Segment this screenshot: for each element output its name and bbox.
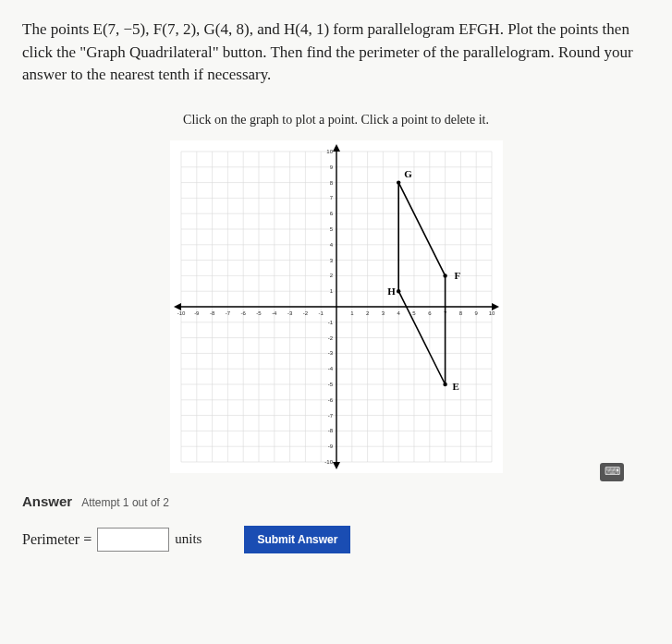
svg-point-94 xyxy=(443,273,446,277)
units-label: units xyxy=(175,531,202,547)
svg-text:-3: -3 xyxy=(287,310,292,316)
svg-marker-46 xyxy=(333,144,340,152)
svg-text:-9: -9 xyxy=(194,310,200,316)
svg-marker-44 xyxy=(492,303,499,310)
svg-point-92 xyxy=(443,383,446,386)
svg-text:6: 6 xyxy=(428,310,432,316)
svg-text:8: 8 xyxy=(458,310,462,316)
svg-text:-8: -8 xyxy=(209,310,214,316)
svg-point-96 xyxy=(397,180,400,184)
submit-answer-button[interactable]: Submit Answer xyxy=(244,526,350,553)
svg-text:10: 10 xyxy=(488,310,495,316)
svg-text:5: 5 xyxy=(412,310,416,316)
svg-text:4: 4 xyxy=(397,310,400,316)
attempt-text: Attempt 1 out of 2 xyxy=(81,496,169,509)
coordinate-graph[interactable]: -10-9-8-7-6-5-4-3-2-112345678910-10-9-8-… xyxy=(170,140,503,473)
svg-text:2: 2 xyxy=(365,310,369,316)
svg-text:-1: -1 xyxy=(318,310,324,316)
svg-text:-4: -4 xyxy=(327,366,333,371)
svg-text:-7: -7 xyxy=(225,310,230,316)
keyboard-icon[interactable] xyxy=(600,463,624,481)
svg-text:-1: -1 xyxy=(327,320,333,325)
svg-text:9: 9 xyxy=(474,310,478,316)
svg-text:-8: -8 xyxy=(327,428,333,433)
svg-text:-9: -9 xyxy=(327,444,333,449)
svg-text:3: 3 xyxy=(381,310,385,316)
svg-text:G: G xyxy=(404,168,412,179)
perimeter-label: Perimeter = xyxy=(22,531,92,548)
svg-text:-2: -2 xyxy=(302,310,308,316)
svg-marker-47 xyxy=(333,462,340,469)
svg-marker-45 xyxy=(174,303,181,310)
svg-point-98 xyxy=(397,289,400,293)
graph-instruction: Click on the graph to plot a point. Clic… xyxy=(22,113,650,128)
svg-text:-2: -2 xyxy=(327,335,333,341)
svg-text:-10: -10 xyxy=(177,310,185,316)
perimeter-input[interactable] xyxy=(97,528,169,552)
svg-text:-6: -6 xyxy=(240,310,246,316)
svg-text:H: H xyxy=(387,286,396,297)
svg-text:-5: -5 xyxy=(327,382,333,387)
svg-text:-6: -6 xyxy=(327,397,333,403)
answer-label: Answer xyxy=(22,493,72,509)
svg-text:-7: -7 xyxy=(327,413,333,419)
svg-text:1: 1 xyxy=(350,310,354,316)
svg-text:-5: -5 xyxy=(256,310,262,316)
svg-text:10: 10 xyxy=(326,149,333,154)
question-text: The points E(7, −5), F(7, 2), G(4, 8), a… xyxy=(22,18,650,87)
svg-text:-3: -3 xyxy=(327,350,333,356)
svg-text:-10: -10 xyxy=(324,459,333,465)
svg-text:E: E xyxy=(452,381,458,392)
svg-text:F: F xyxy=(454,270,460,281)
svg-text:-4: -4 xyxy=(272,310,277,316)
